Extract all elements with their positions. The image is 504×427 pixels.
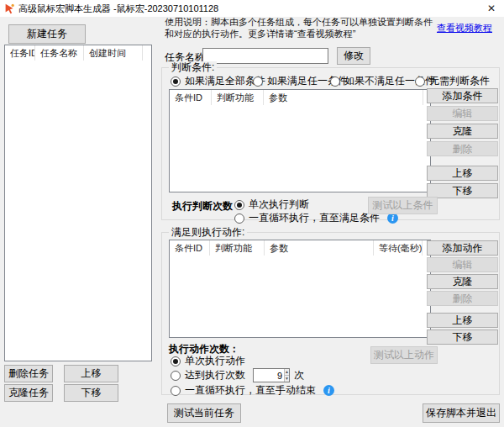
app-icon xyxy=(4,3,15,14)
add-action-button[interactable]: 添加动作 xyxy=(427,240,498,256)
clone-action-button[interactable]: 克隆 xyxy=(427,274,498,289)
radio-dot xyxy=(171,76,181,87)
actions-group: 满足则执行动作: 条件ID 判断功能 参数 等待(毫秒) 添加动作 编辑 克隆 … xyxy=(161,232,500,395)
video-tutorial-link[interactable]: 查看视频教程 xyxy=(437,22,492,34)
task-list-col-created: 创建时间 xyxy=(84,45,143,61)
radio-label: 单次执行判断 xyxy=(249,198,309,212)
run-count-suffix: 次 xyxy=(294,368,304,382)
delete-condition-button: 删除 xyxy=(427,141,498,156)
actions-col-params: 参数 xyxy=(265,240,374,256)
delete-action-button: 删除 xyxy=(427,291,498,306)
radio-label: 一直循环执行，直至手动结束 xyxy=(185,383,316,398)
radio-dot xyxy=(171,356,181,366)
clone-condition-button[interactable]: 克隆 xyxy=(427,124,498,139)
radio-judge-once[interactable]: 单次执行判断 xyxy=(234,198,309,211)
info-icon[interactable]: i xyxy=(323,385,334,396)
radio-label: 无需判断条件 xyxy=(429,74,490,88)
run-count-input[interactable] xyxy=(254,369,284,382)
radio-dot xyxy=(330,76,340,87)
test-current-task-button[interactable]: 测试当前任务 xyxy=(167,403,241,423)
radio-dot xyxy=(234,214,244,224)
task-list-header: 任务ID 任务名称 创建时间 xyxy=(5,45,151,61)
edit-action-button: 编辑 xyxy=(427,257,498,272)
conditions-col-func: 判断功能 xyxy=(212,90,264,105)
conditions-col-params: 参数 xyxy=(264,90,423,105)
radio-no-condition[interactable]: 无需判断条件 xyxy=(415,75,490,87)
actions-col-func: 判断功能 xyxy=(210,240,265,256)
radio-dot xyxy=(253,76,263,87)
add-condition-button[interactable]: 添加条件 xyxy=(427,88,498,103)
radio-dot xyxy=(171,371,181,381)
close-icon[interactable]: ✕ xyxy=(479,0,504,17)
save-script-exit-button[interactable]: 保存脚本并退出 xyxy=(423,403,500,423)
conditions-group: 判断条件: 如果满足全部条件 如果满足任一条件 如果不满足任一条件 无需判断条件… xyxy=(161,67,500,220)
action-move-down-button[interactable]: 下移 xyxy=(427,329,498,345)
edit-condition-button: 编辑 xyxy=(427,106,498,121)
clone-task-button[interactable]: 克隆任务 xyxy=(4,384,53,402)
delete-task-button[interactable]: 删除任务 xyxy=(4,365,53,382)
actions-col-wait: 等待(毫秒) xyxy=(374,240,423,256)
conditions-table-header: 条件ID 判断功能 参数 xyxy=(170,90,430,105)
stepper-up-icon[interactable]: ▲ xyxy=(285,369,289,376)
radio-dot xyxy=(171,386,181,396)
radio-action-count[interactable]: 达到执行次数 ▲ ▼ 次 xyxy=(171,369,304,382)
app-window: 高级鼠标宏脚本生成器 -鼠标宏-20230710101128 ✕ 新建任务 任务… xyxy=(0,0,504,427)
radio-action-once[interactable]: 单次执行动作 xyxy=(171,355,245,367)
task-list-col-id: 任务ID xyxy=(5,45,35,61)
radio-label: 一直循环执行，直至满足条件 xyxy=(249,211,380,225)
modify-task-name-button[interactable]: 修改 xyxy=(337,47,370,65)
conditions-table[interactable]: 条件ID 判断功能 参数 xyxy=(169,89,431,192)
actions-col-id: 条件ID xyxy=(170,240,210,256)
condition-move-up-button[interactable]: 上移 xyxy=(427,166,498,181)
action-move-up-button[interactable]: 上移 xyxy=(427,313,498,328)
radio-action-loop[interactable]: 一直循环执行，直至手动结束 i xyxy=(171,384,334,397)
new-task-button[interactable]: 新建任务 xyxy=(8,24,86,44)
radio-dot xyxy=(415,76,425,87)
conditions-col-id: 条件ID xyxy=(170,90,212,105)
radio-label: 达到执行次数 xyxy=(185,368,245,382)
radio-dot xyxy=(234,200,244,210)
task-move-up-button[interactable]: 上移 xyxy=(64,365,118,382)
judge-count-label: 执行判断次数： xyxy=(172,199,243,214)
window-title: 高级鼠标宏脚本生成器 -鼠标宏-20230710101128 xyxy=(18,0,218,17)
conditions-group-label: 判断条件: xyxy=(169,61,217,74)
actions-table[interactable]: 条件ID 判断功能 参数 等待(毫秒) xyxy=(169,240,431,338)
test-actions-button: 测试以上动作 xyxy=(370,346,438,364)
radio-label: 单次执行动作 xyxy=(185,354,245,368)
title-bar: 高级鼠标宏脚本生成器 -鼠标宏-20230710101128 ✕ xyxy=(0,0,504,17)
usage-instructions: 使用说明：脚本由多个任务组成，每个任务可以单独设置判断条件和对应的执行动作。更多… xyxy=(165,16,437,40)
task-list[interactable]: 任务ID 任务名称 创建时间 xyxy=(4,45,152,361)
actions-group-label: 满足则执行动作: xyxy=(169,226,247,239)
run-count-stepper[interactable]: ▲ ▼ xyxy=(253,368,290,382)
actions-table-header: 条件ID 判断功能 参数 等待(毫秒) xyxy=(170,240,430,256)
test-conditions-button: 测试以上条件 xyxy=(368,197,438,214)
task-list-col-spacer xyxy=(143,45,151,61)
task-move-down-button[interactable]: 下移 xyxy=(64,384,118,402)
stepper-down-icon[interactable]: ▼ xyxy=(285,376,289,382)
task-name-input[interactable] xyxy=(202,48,328,64)
radio-match-all[interactable]: 如果满足全部条件 xyxy=(171,75,265,87)
task-list-col-name: 任务名称 xyxy=(35,45,84,61)
